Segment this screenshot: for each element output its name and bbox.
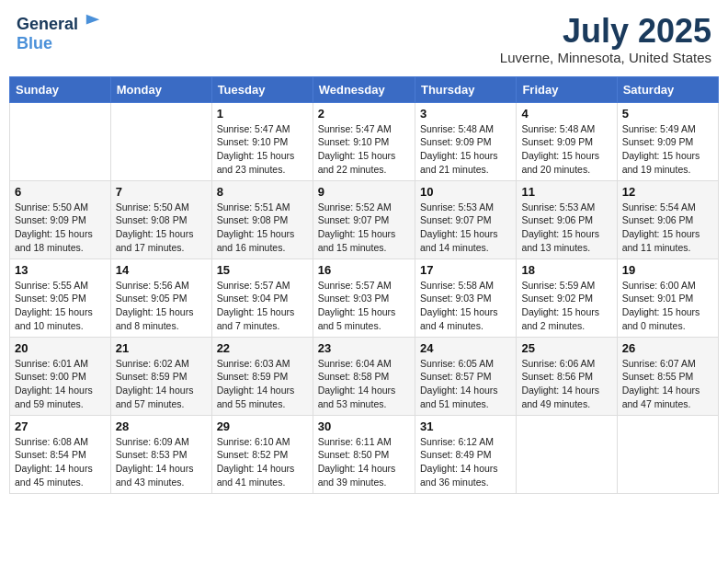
calendar-cell: 15Sunrise: 5:57 AM Sunset: 9:04 PM Dayli… [211,259,313,337]
logo-blue: Blue [17,34,101,53]
day-number: 24 [420,341,511,355]
calendar-cell: 9Sunrise: 5:52 AM Sunset: 9:07 PM Daylig… [313,180,415,259]
weekday-header-monday: Monday [110,76,211,102]
day-info: Sunrise: 6:05 AM Sunset: 8:57 PM Dayligh… [420,357,511,411]
calendar-cell: 7Sunrise: 5:50 AM Sunset: 9:08 PM Daylig… [110,180,211,259]
day-info: Sunrise: 6:12 AM Sunset: 8:49 PM Dayligh… [420,435,511,489]
calendar-cell: 29Sunrise: 6:10 AM Sunset: 8:52 PM Dayli… [211,415,313,493]
day-info: Sunrise: 5:58 AM Sunset: 9:03 PM Dayligh… [420,279,511,333]
day-info: Sunrise: 6:06 AM Sunset: 8:56 PM Dayligh… [521,357,611,411]
calendar-cell: 30Sunrise: 6:11 AM Sunset: 8:50 PM Dayli… [313,415,415,493]
day-info: Sunrise: 5:59 AM Sunset: 9:02 PM Dayligh… [521,279,611,333]
calendar-cell: 22Sunrise: 6:03 AM Sunset: 8:59 PM Dayli… [211,337,313,415]
day-number: 16 [318,263,410,277]
calendar-cell: 19Sunrise: 6:00 AM Sunset: 9:01 PM Dayli… [617,259,718,337]
calendar-cell: 4Sunrise: 5:48 AM Sunset: 9:09 PM Daylig… [517,102,617,180]
calendar-cell: 23Sunrise: 6:04 AM Sunset: 8:58 PM Dayli… [313,337,415,415]
calendar-cell: 2Sunrise: 5:47 AM Sunset: 9:10 PM Daylig… [313,102,415,180]
day-info: Sunrise: 5:56 AM Sunset: 9:05 PM Dayligh… [116,279,207,333]
calendar-cell: 28Sunrise: 6:09 AM Sunset: 8:53 PM Dayli… [110,415,211,493]
day-number: 11 [521,185,611,199]
calendar-cell: 20Sunrise: 6:01 AM Sunset: 9:00 PM Dayli… [10,337,111,415]
day-number: 9 [318,185,410,199]
day-info: Sunrise: 6:07 AM Sunset: 8:55 PM Dayligh… [622,357,713,411]
svg-marker-0 [86,15,99,25]
week-row-2: 6Sunrise: 5:50 AM Sunset: 9:09 PM Daylig… [10,180,719,259]
day-info: Sunrise: 5:50 AM Sunset: 9:08 PM Dayligh… [116,201,207,255]
logo-text: General [17,13,101,34]
weekday-header-tuesday: Tuesday [211,76,313,102]
day-number: 7 [116,185,207,199]
day-info: Sunrise: 5:51 AM Sunset: 9:08 PM Dayligh… [217,201,308,255]
day-info: Sunrise: 6:02 AM Sunset: 8:59 PM Dayligh… [116,357,207,411]
calendar-cell: 31Sunrise: 6:12 AM Sunset: 8:49 PM Dayli… [415,415,516,493]
calendar-cell: 18Sunrise: 5:59 AM Sunset: 9:02 PM Dayli… [517,259,617,337]
calendar-cell [617,415,718,493]
calendar-cell: 6Sunrise: 5:50 AM Sunset: 9:09 PM Daylig… [10,180,111,259]
day-info: Sunrise: 5:53 AM Sunset: 9:06 PM Dayligh… [521,201,611,255]
day-info: Sunrise: 5:48 AM Sunset: 9:09 PM Dayligh… [420,122,511,177]
calendar-cell: 21Sunrise: 6:02 AM Sunset: 8:59 PM Dayli… [110,337,211,415]
day-number: 31 [420,419,511,433]
day-number: 4 [521,107,611,121]
day-number: 25 [521,341,611,355]
day-number: 3 [420,107,511,121]
weekday-header-friday: Friday [517,76,617,102]
calendar-cell [110,102,211,180]
calendar-cell: 8Sunrise: 5:51 AM Sunset: 9:08 PM Daylig… [211,180,313,259]
subtitle: Luverne, Minnesota, United States [500,50,711,65]
day-info: Sunrise: 5:57 AM Sunset: 9:04 PM Dayligh… [217,279,308,333]
weekday-header-thursday: Thursday [415,76,516,102]
day-number: 26 [622,341,713,355]
day-number: 20 [15,341,106,355]
calendar-cell: 25Sunrise: 6:06 AM Sunset: 8:56 PM Dayli… [517,337,617,415]
logo: General Blue [17,13,101,53]
week-row-3: 13Sunrise: 5:55 AM Sunset: 9:05 PM Dayli… [10,259,719,337]
weekday-header-saturday: Saturday [617,76,718,102]
day-info: Sunrise: 6:10 AM Sunset: 8:52 PM Dayligh… [217,435,308,489]
day-info: Sunrise: 5:55 AM Sunset: 9:05 PM Dayligh… [15,279,106,333]
day-info: Sunrise: 5:53 AM Sunset: 9:07 PM Dayligh… [420,201,511,255]
day-info: Sunrise: 5:48 AM Sunset: 9:09 PM Dayligh… [521,122,611,177]
day-number: 10 [420,185,511,199]
day-number: 23 [318,341,410,355]
day-number: 2 [318,107,410,121]
main-title: July 2025 [500,13,711,50]
calendar-table: SundayMondayTuesdayWednesdayThursdayFrid… [9,76,719,494]
day-number: 27 [15,419,106,433]
day-info: Sunrise: 6:11 AM Sunset: 8:50 PM Dayligh… [318,435,410,489]
calendar-cell: 17Sunrise: 5:58 AM Sunset: 9:03 PM Dayli… [415,259,516,337]
calendar-cell: 26Sunrise: 6:07 AM Sunset: 8:55 PM Dayli… [617,337,718,415]
weekday-header-wednesday: Wednesday [313,76,415,102]
day-info: Sunrise: 5:57 AM Sunset: 9:03 PM Dayligh… [318,279,410,333]
week-row-1: 1Sunrise: 5:47 AM Sunset: 9:10 PM Daylig… [10,102,719,180]
calendar-cell [517,415,617,493]
calendar-cell: 10Sunrise: 5:53 AM Sunset: 9:07 PM Dayli… [415,180,516,259]
day-number: 22 [217,341,308,355]
day-number: 30 [318,419,410,433]
day-info: Sunrise: 5:47 AM Sunset: 9:10 PM Dayligh… [318,122,410,177]
day-info: Sunrise: 6:00 AM Sunset: 9:01 PM Dayligh… [622,279,713,333]
weekday-header-row: SundayMondayTuesdayWednesdayThursdayFrid… [10,76,719,102]
day-number: 13 [15,263,106,277]
day-number: 29 [217,419,308,433]
day-number: 12 [622,185,713,199]
calendar-cell: 27Sunrise: 6:08 AM Sunset: 8:54 PM Dayli… [10,415,111,493]
day-number: 5 [622,107,713,121]
calendar-cell: 1Sunrise: 5:47 AM Sunset: 9:10 PM Daylig… [211,102,313,180]
day-info: Sunrise: 5:47 AM Sunset: 9:10 PM Dayligh… [217,122,308,177]
calendar-cell: 3Sunrise: 5:48 AM Sunset: 9:09 PM Daylig… [415,102,516,180]
day-info: Sunrise: 5:50 AM Sunset: 9:09 PM Dayligh… [15,201,106,255]
calendar-cell: 5Sunrise: 5:49 AM Sunset: 9:09 PM Daylig… [617,102,718,180]
day-info: Sunrise: 5:54 AM Sunset: 9:06 PM Dayligh… [622,201,713,255]
day-number: 17 [420,263,511,277]
calendar-cell: 11Sunrise: 5:53 AM Sunset: 9:06 PM Dayli… [517,180,617,259]
week-row-5: 27Sunrise: 6:08 AM Sunset: 8:54 PM Dayli… [10,415,719,493]
calendar-cell: 24Sunrise: 6:05 AM Sunset: 8:57 PM Dayli… [415,337,516,415]
day-info: Sunrise: 6:09 AM Sunset: 8:53 PM Dayligh… [116,435,207,489]
calendar-cell: 12Sunrise: 5:54 AM Sunset: 9:06 PM Dayli… [617,180,718,259]
day-number: 15 [217,263,308,277]
day-info: Sunrise: 6:04 AM Sunset: 8:58 PM Dayligh… [318,357,410,411]
day-info: Sunrise: 6:03 AM Sunset: 8:59 PM Dayligh… [217,357,308,411]
title-block: July 2025 Luverne, Minnesota, United Sta… [500,13,711,65]
